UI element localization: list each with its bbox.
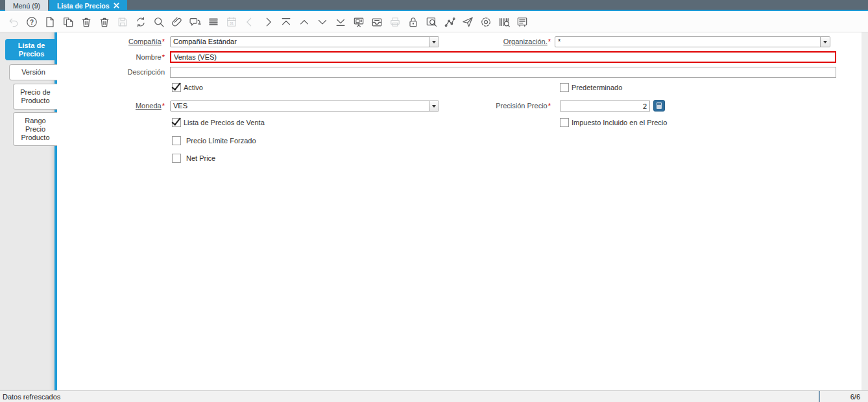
compania-label[interactable]: Compañía* [57, 36, 165, 47]
status-bar: Datos refrescados 6/6 [0, 390, 868, 402]
delete-record-icon[interactable] [78, 14, 95, 30]
tab-menu[interactable]: Menú (9) [5, 0, 48, 11]
checkbox-box[interactable] [172, 83, 181, 92]
next-record-icon[interactable] [259, 14, 276, 30]
undo-icon[interactable] [5, 14, 22, 30]
activo-label: Activo [184, 83, 203, 93]
moneda-label[interactable]: Moneda* [57, 100, 165, 112]
sidebar-tab-label: Precio de Producto [16, 88, 55, 105]
precio-limite-forzado-checkbox[interactable]: Precio Límite Forzado [172, 136, 256, 146]
net-price-label: Net Price [186, 154, 215, 163]
help-icon[interactable]: ? [23, 14, 40, 30]
report-icon[interactable] [350, 14, 367, 30]
form-area: Compañía* Compañía Estándar Organización… [57, 32, 868, 390]
required-marker: * [162, 53, 165, 61]
nombre-label: Nombre* [57, 52, 165, 63]
compania-combobox[interactable]: Compañía Estándar [170, 36, 439, 47]
detail-record-icon[interactable] [314, 14, 331, 30]
workflow-icon[interactable] [441, 14, 458, 30]
attachment-icon[interactable] [169, 14, 186, 30]
window-tab-bar: Menú (9) Lista de Precios [0, 0, 868, 11]
sidebar-tab-precio-de-producto[interactable]: Precio de Producto [13, 84, 57, 110]
new-record-icon[interactable] [42, 14, 58, 30]
dropdown-arrow-icon[interactable] [820, 37, 830, 47]
sidebar-tab-label: Rango Precio Producto [16, 117, 55, 142]
copy-record-icon[interactable] [60, 14, 77, 30]
refresh-icon[interactable] [132, 14, 149, 30]
window-body: Lista de Precios Versión Precio de Produ… [0, 32, 868, 390]
checkbox-box[interactable] [172, 118, 181, 127]
compania-value: Compañía Estándar [171, 37, 429, 47]
checkbox-box[interactable] [560, 83, 569, 92]
settings-icon[interactable] [477, 14, 494, 30]
print-icon[interactable] [387, 14, 404, 30]
moneda-value: VES [171, 101, 429, 111]
scrollbar-track[interactable] [862, 32, 868, 390]
calculator-icon [657, 102, 662, 109]
required-marker: * [548, 38, 551, 45]
required-marker: * [162, 38, 165, 45]
product-info-icon[interactable] [496, 14, 512, 30]
required-marker: * [162, 102, 165, 110]
status-message: Datos refrescados [0, 393, 819, 401]
save-icon[interactable] [114, 14, 131, 30]
sidebar-tab-label: Versión [21, 68, 45, 77]
precision-precio-label: Precisión Precio* [421, 100, 551, 112]
checkbox-box[interactable] [172, 136, 181, 145]
organizacion-combobox[interactable]: * [555, 36, 830, 47]
checkbox-box[interactable] [172, 154, 181, 163]
grid-toggle-icon[interactable] [205, 14, 222, 30]
find-icon[interactable] [151, 14, 167, 30]
svg-text:31: 31 [230, 21, 234, 25]
checkbox-box[interactable] [560, 118, 569, 127]
sidebar-tab-version[interactable]: Versión [9, 64, 57, 80]
delete-selection-icon[interactable] [96, 14, 113, 30]
organizacion-label[interactable]: Organización.* [421, 36, 551, 47]
previous-record-icon[interactable] [241, 14, 258, 30]
sidebar-tab-label: Lista de Precios [8, 41, 55, 58]
impuesto-incluido-label: Impuesto Incluido en el Precio [572, 118, 667, 128]
lista-de-precios-de-venta-checkbox[interactable]: Lista de Precios de Venta [172, 118, 265, 128]
organizacion-value: * [555, 37, 820, 47]
predeterminado-checkbox[interactable]: Predeterminado [560, 83, 622, 93]
activo-checkbox[interactable]: Activo [172, 83, 203, 93]
chat-icon[interactable] [187, 14, 204, 30]
calculator-button[interactable] [653, 100, 665, 112]
predeterminado-label: Predeterminado [572, 83, 622, 93]
svg-text:?: ? [30, 19, 34, 26]
impuesto-incluido-checkbox[interactable]: Impuesto Incluido en el Precio [560, 118, 667, 128]
send-icon[interactable] [459, 14, 476, 30]
toolbar: ? 31 [0, 12, 868, 32]
descripcion-input[interactable] [170, 67, 836, 78]
precision-precio-input[interactable] [560, 100, 650, 112]
sidebar-tab-rango-precio-producto[interactable]: Rango Precio Producto [13, 112, 57, 146]
sidebar-tab-lista-de-precios[interactable]: Lista de Precios [5, 39, 57, 60]
lock-icon[interactable] [405, 14, 422, 30]
app-window: Menú (9) Lista de Precios ? [0, 0, 868, 402]
nombre-input[interactable] [170, 51, 836, 63]
descripcion-label: Descripción [57, 67, 165, 78]
archive-icon[interactable] [368, 14, 385, 30]
lista-de-precios-de-venta-label: Lista de Precios de Venta [184, 118, 265, 128]
parent-record-icon[interactable] [296, 14, 313, 30]
window-icon[interactable] [514, 14, 531, 30]
last-record-icon[interactable] [332, 14, 349, 30]
detail-tabs-sidebar: Lista de Precios Versión Precio de Produ… [0, 32, 57, 390]
record-indicator: 6/6 [819, 391, 868, 402]
required-marker: * [548, 102, 551, 110]
close-icon[interactable] [114, 3, 119, 8]
precio-limite-forzado-label: Precio Límite Forzado [186, 136, 256, 146]
net-price-checkbox[interactable]: Net Price [172, 154, 215, 163]
zoom-across-icon[interactable] [423, 14, 440, 30]
tab-lista-de-precios[interactable]: Lista de Precios [49, 0, 127, 11]
tab-menu-label: Menú (9) [13, 2, 40, 10]
moneda-combobox[interactable]: VES [170, 100, 439, 112]
first-record-icon[interactable] [278, 14, 295, 30]
calendar-icon[interactable]: 31 [223, 14, 240, 30]
tab-lista-de-precios-label: Lista de Precios [57, 2, 110, 10]
